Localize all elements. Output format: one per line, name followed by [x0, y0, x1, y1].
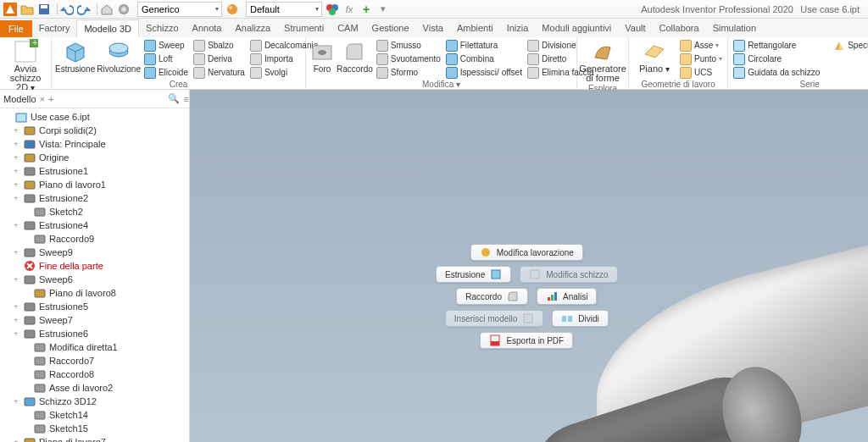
- browser-tab-label[interactable]: Modello: [3, 94, 36, 104]
- mini-toolbar: Modifica lavorazione Estrusione Modifica…: [436, 244, 618, 354]
- style-dropdown[interactable]: Generico: [137, 2, 222, 17]
- punto-button[interactable]: Punto ▾: [678, 52, 724, 65]
- asse-button[interactable]: Asse ▾: [678, 39, 724, 52]
- tree-node[interactable]: +Sweep6: [0, 273, 189, 286]
- tree-node[interactable]: +Sweep9: [0, 246, 189, 259]
- elicoide-button[interactable]: Elicoide: [142, 66, 190, 79]
- tree-node[interactable]: Raccordo7: [0, 354, 189, 367]
- tab-factory[interactable]: Factory: [32, 19, 77, 37]
- tab-gestione[interactable]: Gestione: [365, 19, 416, 37]
- tree-node[interactable]: +Estrusione1: [0, 164, 189, 178]
- material-dropdown[interactable]: Default: [246, 2, 322, 17]
- tab-inizia[interactable]: Inizia: [500, 19, 536, 37]
- piano-button[interactable]: Piano ▾: [632, 39, 676, 74]
- tab-vault[interactable]: Vault: [618, 19, 652, 37]
- tree-root[interactable]: Use case 6.ipt: [0, 110, 189, 124]
- tree-node[interactable]: Sketch2: [0, 205, 189, 218]
- tree-node[interactable]: Raccordo9: [0, 232, 189, 246]
- tree-node[interactable]: Sketch15: [0, 422, 189, 435]
- tree-node[interactable]: +Corpi solidi(2): [0, 124, 189, 137]
- foro-button[interactable]: Foro: [309, 39, 335, 74]
- loft-button[interactable]: Loft: [142, 52, 190, 65]
- tree-node[interactable]: +Estrusione4: [0, 218, 189, 232]
- part-icon: [15, 111, 27, 123]
- sformo-button[interactable]: Sformo: [375, 66, 442, 79]
- rettangolare-button[interactable]: Rettangolare: [732, 39, 821, 52]
- tree-node[interactable]: Asse di lavoro2: [0, 381, 189, 395]
- undo-icon[interactable]: [60, 3, 74, 16]
- tab-analizza[interactable]: Analizza: [228, 19, 277, 37]
- tree-node[interactable]: Piano di lavoro8: [0, 286, 189, 300]
- tree-node[interactable]: +Estrusione6: [0, 327, 189, 340]
- tree-node[interactable]: +Estrusione5: [0, 300, 189, 313]
- menu-icon[interactable]: ≡: [183, 94, 188, 104]
- estrusione-button[interactable]: Estrusione: [55, 39, 95, 74]
- tab-annota[interactable]: Annota: [186, 19, 229, 37]
- estrusione-mini-button[interactable]: Estrusione: [436, 266, 511, 283]
- tree-node[interactable]: Raccordo8: [0, 367, 189, 381]
- tree-node[interactable]: +Schizzo 3D12: [0, 395, 189, 408]
- save-icon[interactable]: [37, 3, 51, 16]
- tab-collabora[interactable]: Collabora: [653, 19, 706, 37]
- plus-icon[interactable]: +: [359, 3, 373, 16]
- tree-node[interactable]: +Estrusione2: [0, 191, 189, 205]
- tab-strumenti[interactable]: Strumenti: [277, 19, 331, 37]
- tab-moduli-aggiuntivi[interactable]: Moduli aggiuntivi: [535, 19, 618, 37]
- tab-schizzo[interactable]: Schizzo: [139, 19, 186, 37]
- tree-node[interactable]: Sketch14: [0, 408, 189, 422]
- avvia-schizzo-2d-button[interactable]: + Avviaschizzo 2D ▾: [3, 39, 47, 92]
- tree-node[interactable]: +Vista: Principale: [0, 137, 189, 151]
- dividi-button[interactable]: Dividi: [552, 310, 608, 327]
- sbalzo-button[interactable]: Sbalzo: [192, 39, 247, 52]
- tree-node[interactable]: +Sweep7: [0, 313, 189, 327]
- tree-node[interactable]: +Piano di lavoro7: [0, 435, 189, 442]
- circolare-button[interactable]: Circolare: [732, 52, 821, 65]
- modifica-lavorazione-button[interactable]: Modifica lavorazione: [470, 244, 583, 261]
- svg-rect-23: [35, 208, 45, 216]
- guidata-button[interactable]: Guidata da schizzo: [732, 66, 821, 79]
- search-icon[interactable]: 🔍: [168, 93, 180, 104]
- app-icon[interactable]: [3, 3, 17, 16]
- redo-icon[interactable]: [77, 3, 91, 16]
- svg-rect-22: [25, 195, 35, 202]
- colors-icon[interactable]: [326, 3, 339, 16]
- rivoluzione-button[interactable]: Rivoluzione: [97, 39, 141, 74]
- browser-search-input[interactable]: [57, 94, 164, 103]
- tab-vista[interactable]: Vista: [416, 19, 450, 37]
- ucs-button[interactable]: UCS: [678, 66, 724, 79]
- smusso-button[interactable]: Smusso: [375, 39, 442, 52]
- tree-node[interactable]: Modifica diretta1: [0, 340, 189, 354]
- add-icon[interactable]: +: [48, 94, 53, 104]
- analisi-button[interactable]: Analisi: [537, 288, 597, 305]
- ispessisci-button[interactable]: Ispessisci/ offset: [444, 66, 524, 79]
- close-icon[interactable]: ×: [40, 94, 45, 104]
- sweep-button[interactable]: Sweep: [142, 39, 190, 52]
- home-icon[interactable]: [100, 3, 114, 16]
- tab-simulation[interactable]: Simulation: [706, 19, 763, 37]
- deriva-button[interactable]: Deriva: [192, 52, 247, 65]
- svg-text:+: +: [32, 39, 37, 47]
- filettatura-button[interactable]: Filettatura: [444, 39, 524, 52]
- viewport-canvas[interactable]: Modifica lavorazione Estrusione Modifica…: [190, 90, 868, 442]
- tab-ambienti[interactable]: Ambienti: [450, 19, 500, 37]
- esporta-pdf-button[interactable]: Esporta in PDF: [480, 332, 573, 349]
- raccordo-mini-button[interactable]: Raccordo: [456, 288, 528, 305]
- combina-button[interactable]: Combina: [444, 52, 524, 65]
- svuotamento-button[interactable]: Svuotamento: [375, 52, 442, 65]
- tree-node[interactable]: +Piano di lavoro1: [0, 178, 189, 191]
- generatore-forme-button[interactable]: Generatoredi forme: [581, 39, 625, 83]
- ribbon-tabs: File FactoryModello 3DSchizzoAnnotaAnali…: [0, 19, 868, 37]
- tab-cam[interactable]: CAM: [331, 19, 364, 37]
- tree-node[interactable]: +Origine: [0, 151, 189, 164]
- open-icon[interactable]: [20, 3, 34, 16]
- appearance-icon[interactable]: [117, 3, 131, 16]
- raccordo-button[interactable]: Raccordo: [337, 39, 373, 74]
- tree-node[interactable]: Fine della parte: [0, 259, 189, 273]
- tab-file[interactable]: File: [0, 20, 32, 37]
- qat-overflow-icon[interactable]: ▾: [376, 3, 390, 16]
- nervatura-button[interactable]: Nervatura: [192, 66, 247, 79]
- material-ball-icon[interactable]: [225, 3, 239, 16]
- speculare-button[interactable]: Speculare: [832, 39, 868, 52]
- fx-icon[interactable]: fx: [342, 3, 356, 16]
- tab-modello-3d[interactable]: Modello 3D: [76, 19, 139, 37]
